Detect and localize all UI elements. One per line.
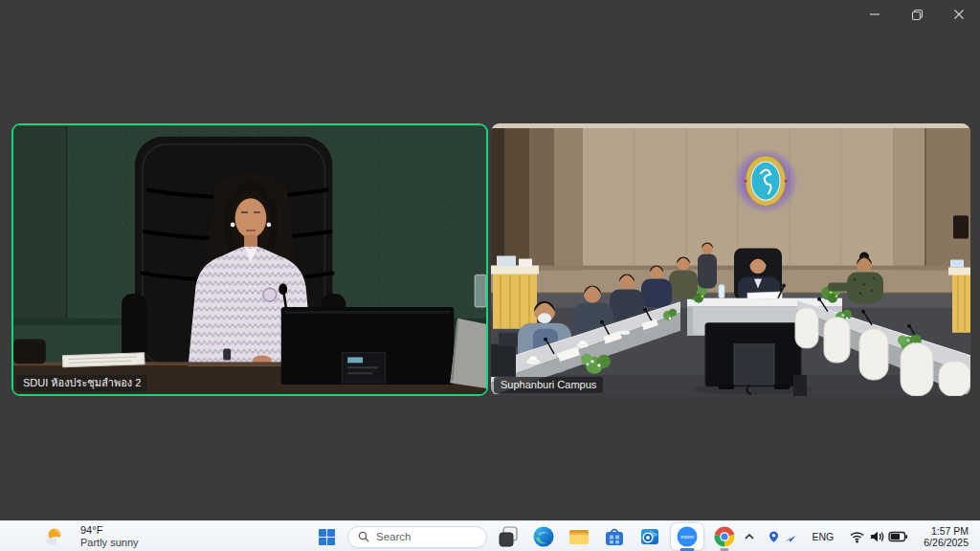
cursor-arrow-icon bbox=[784, 530, 797, 543]
minimize-button[interactable] bbox=[854, 0, 896, 29]
taskbar-center: zoom bbox=[312, 522, 739, 551]
wifi-icon bbox=[849, 530, 865, 543]
outlook-icon bbox=[638, 525, 661, 548]
search-icon bbox=[358, 531, 369, 542]
taskbar-app-file-explorer[interactable] bbox=[565, 522, 593, 551]
meeting-video-grid: SDUI ห้องประชุมลำพอง 2 bbox=[11, 123, 970, 396]
task-view-icon bbox=[497, 525, 520, 548]
weather-temperature: 94°F bbox=[80, 524, 102, 537]
weather-widget[interactable]: 94°F Partly sunny bbox=[44, 521, 139, 551]
zoom-icon: zoom bbox=[676, 525, 699, 548]
language-indicator[interactable]: ENG bbox=[807, 523, 840, 550]
tray-overflow-button[interactable] bbox=[741, 523, 758, 550]
start-button[interactable] bbox=[312, 522, 341, 551]
svg-text:zoom: zoom bbox=[680, 534, 694, 540]
tray-time: 1:57 PM bbox=[931, 525, 969, 538]
chevron-up-icon bbox=[743, 531, 756, 542]
speaker-icon bbox=[869, 530, 884, 543]
taskbar-search[interactable] bbox=[347, 526, 487, 548]
location-pin-icon bbox=[768, 530, 780, 544]
minimize-icon bbox=[869, 9, 880, 20]
taskbar: 94°F Partly sunny bbox=[0, 520, 980, 551]
window-controls bbox=[854, 0, 980, 29]
quick-settings-button[interactable] bbox=[847, 523, 910, 550]
taskbar-app-outlook[interactable] bbox=[635, 522, 664, 551]
search-input[interactable] bbox=[376, 531, 472, 542]
taskbar-app-edge[interactable] bbox=[529, 522, 558, 551]
system-tray: ENG 1:57 PM 6/26/2025 bbox=[741, 521, 974, 551]
close-icon bbox=[953, 9, 965, 20]
language-label: ENG bbox=[809, 531, 838, 542]
video-tile-presenter[interactable]: SDUI ห้องประชุมลำพอง 2 bbox=[11, 123, 488, 396]
restore-button[interactable] bbox=[896, 0, 938, 29]
windows-logo-icon bbox=[319, 529, 335, 545]
tray-pen-location-button[interactable] bbox=[766, 523, 799, 550]
microsoft-store-icon bbox=[603, 525, 626, 548]
chrome-icon bbox=[713, 525, 736, 548]
restore-icon bbox=[911, 9, 924, 21]
close-button[interactable] bbox=[938, 0, 980, 29]
weather-condition: Partly sunny bbox=[80, 537, 139, 549]
zoom-active-card: zoom bbox=[671, 523, 703, 550]
desktop: { "video_tiles": [ { "label": "SDUI ห้อง… bbox=[0, 0, 980, 551]
video-tile-room[interactable]: Suphanburi Campus bbox=[491, 123, 970, 396]
room-video-illustration bbox=[491, 123, 970, 396]
battery-icon bbox=[888, 530, 908, 543]
video-label-presenter: SDUI ห้องประชุมลำพอง 2 bbox=[16, 375, 147, 391]
taskbar-app-zoom[interactable]: zoom bbox=[671, 522, 703, 551]
file-explorer-icon bbox=[568, 525, 590, 548]
taskbar-app-task-view[interactable] bbox=[494, 522, 523, 551]
partly-sunny-icon bbox=[44, 526, 69, 547]
clock-widget[interactable]: 1:57 PM 6/26/2025 bbox=[918, 523, 974, 550]
edge-icon bbox=[532, 525, 555, 548]
presenter-video-illustration bbox=[13, 125, 486, 394]
tray-date: 6/26/2025 bbox=[924, 537, 969, 549]
taskbar-app-chrome[interactable] bbox=[710, 522, 739, 551]
taskbar-app-microsoft-store[interactable] bbox=[600, 522, 629, 551]
video-label-room: Suphanburi Campus bbox=[494, 377, 603, 393]
